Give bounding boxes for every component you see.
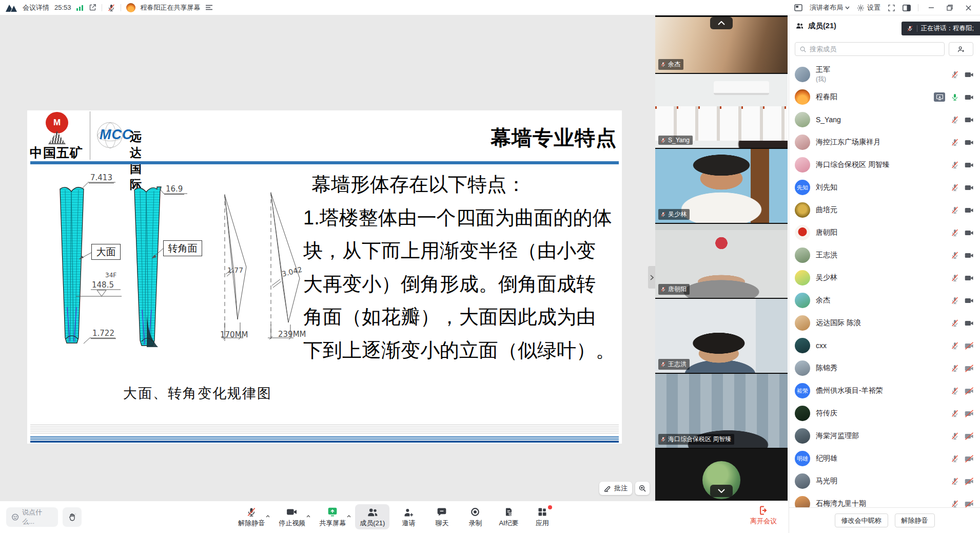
member-row[interactable]: cxx (789, 334, 980, 357)
member-row[interactable]: 陈锦秀 (789, 357, 980, 379)
side-panel-toggle-icon[interactable] (903, 5, 911, 11)
camera-status-icon[interactable] (965, 500, 974, 508)
quick-chat-input[interactable]: 说点什么... (6, 507, 58, 527)
mic-status-icon[interactable] (951, 500, 959, 507)
member-row[interactable]: 吴少林 (789, 266, 980, 289)
camera-status-icon[interactable] (965, 184, 974, 192)
add-member-button[interactable] (949, 42, 973, 56)
member-row[interactable]: 唐朝阳 (789, 221, 980, 244)
member-row[interactable]: 石梅湾九里十期 (789, 492, 980, 507)
share-screen-button[interactable]: 共享屏幕 (315, 504, 350, 529)
member-row[interactable]: 远达国际 陈浪 (789, 312, 980, 334)
camera-status-icon[interactable] (965, 252, 974, 259)
layout-selector[interactable]: 演讲者布局 (810, 3, 850, 12)
unmute-button[interactable]: 解除静音 (895, 513, 935, 527)
settings-button[interactable]: 设置 (857, 3, 880, 12)
camera-status-icon[interactable] (965, 139, 974, 146)
camera-status-icon[interactable] (965, 455, 974, 463)
invite-button[interactable]: 邀请 (394, 504, 423, 529)
member-row[interactable]: 曲培元 (789, 199, 980, 221)
camera-status-icon[interactable] (965, 342, 974, 350)
camera-status-icon[interactable] (965, 410, 974, 417)
raise-hand-button[interactable] (63, 507, 82, 527)
member-row[interactable]: 裕荣 儋州供水项目-羊裕荣 (789, 379, 980, 402)
mic-status-icon[interactable] (951, 432, 959, 440)
collapse-video-strip-handle[interactable] (648, 266, 655, 289)
restore-window-button[interactable] (944, 2, 955, 13)
camera-status-icon[interactable] (965, 478, 974, 485)
ai-summary-button[interactable]: AI纪要 (494, 504, 523, 529)
mic-status-icon[interactable] (951, 341, 959, 350)
mic-status-icon[interactable] (951, 183, 959, 192)
camera-status-icon[interactable] (965, 161, 974, 169)
zoom-in-button[interactable] (635, 482, 650, 495)
open-external-icon[interactable] (89, 4, 96, 11)
member-row[interactable]: 王志洪 (789, 244, 980, 266)
mic-status-icon[interactable] (951, 161, 959, 169)
annotate-button[interactable]: 批注 (599, 482, 632, 495)
camera-status-icon[interactable] (965, 206, 974, 214)
member-row[interactable]: S_Yang (789, 108, 980, 131)
chevron-up-icon[interactable] (306, 510, 310, 520)
camera-status-icon[interactable] (965, 116, 974, 124)
chat-button[interactable]: 聊天 (427, 504, 456, 529)
mic-status-icon[interactable] (951, 251, 959, 259)
camera-status-icon[interactable] (965, 432, 974, 440)
camera-status-icon[interactable] (965, 71, 974, 79)
scroll-videos-down-button[interactable] (710, 485, 733, 497)
camera-status-icon[interactable] (965, 297, 974, 304)
video-tile[interactable]: 海口综合保税区 周智臻 (655, 374, 788, 448)
member-row[interactable]: 马光明 (789, 470, 980, 492)
mic-status-icon[interactable] (951, 319, 959, 327)
minimize-button[interactable] (926, 2, 937, 13)
member-row[interactable]: 海棠河监理部 (789, 425, 980, 447)
member-row[interactable]: 程春阳 (789, 86, 980, 108)
members-button[interactable]: 成员(21) (355, 504, 389, 529)
video-tile[interactable]: 唐朝阳 (655, 224, 788, 298)
leave-meeting-button[interactable]: 离开会议 (750, 505, 777, 526)
mic-status-icon[interactable] (951, 206, 959, 214)
camera-status-icon[interactable] (965, 93, 974, 101)
mic-status-icon[interactable] (951, 274, 959, 282)
mic-status-icon[interactable] (951, 477, 959, 485)
member-row[interactable]: 王军 (我) (789, 63, 980, 86)
member-row[interactable]: 明雄 纪明雄 (789, 447, 980, 470)
search-member-box[interactable] (795, 42, 945, 56)
change-nickname-button[interactable]: 修改会中昵称 (835, 513, 888, 527)
member-row[interactable]: 符传庆 (789, 402, 980, 425)
mic-status-icon[interactable] (951, 93, 959, 101)
search-member-input[interactable] (810, 45, 940, 53)
mic-status-icon[interactable] (951, 387, 959, 395)
mic-status-icon[interactable] (951, 229, 959, 237)
apps-button[interactable]: 应用 (528, 504, 557, 529)
video-tile[interactable]: 吴少林 (655, 149, 788, 223)
mic-status-icon[interactable] (951, 138, 959, 146)
camera-status-icon[interactable] (965, 387, 974, 395)
mic-status-icon[interactable] (951, 70, 959, 79)
camera-status-icon[interactable] (965, 229, 974, 237)
meeting-details-link[interactable]: 会议详情 (23, 3, 49, 12)
unmute-button[interactable]: 解除静音 (233, 504, 269, 529)
mic-status-icon[interactable] (951, 409, 959, 417)
mic-status-icon[interactable] (951, 116, 959, 124)
member-row[interactable]: 海控江东广场康祥月 (789, 131, 980, 154)
camera-status-icon[interactable] (965, 319, 974, 327)
member-row[interactable]: 先知 刘先知 (789, 176, 980, 199)
audio-muted-icon[interactable] (107, 4, 115, 12)
mic-status-icon[interactable] (951, 454, 959, 463)
camera-status-icon[interactable] (965, 365, 974, 372)
mic-status-icon[interactable] (951, 296, 959, 304)
video-tile[interactable]: 王志洪 (655, 299, 788, 373)
record-button[interactable]: 录制 (461, 504, 489, 529)
chevron-up-icon[interactable] (266, 510, 270, 520)
sharing-menu-icon[interactable] (206, 5, 212, 10)
member-row[interactable]: 余杰 (789, 289, 980, 312)
scroll-videos-up-button[interactable] (710, 17, 733, 29)
member-row[interactable]: 海口综合保税区 周智臻 (789, 154, 980, 176)
stop-video-button[interactable]: 停止视频 (274, 504, 310, 529)
close-button[interactable] (963, 2, 974, 13)
video-tile[interactable]: S_Yang (655, 74, 788, 148)
chevron-up-icon[interactable] (347, 510, 351, 520)
fullscreen-icon[interactable] (888, 4, 895, 12)
mic-status-icon[interactable] (951, 364, 959, 372)
